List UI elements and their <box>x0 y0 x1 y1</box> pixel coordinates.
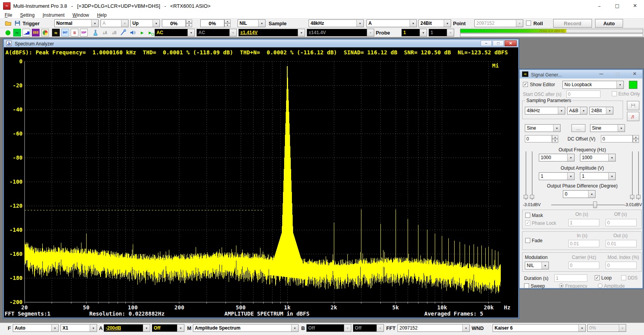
generator-run-button[interactable] <box>629 81 637 89</box>
persistence-a-select[interactable]: Off▾ <box>152 324 184 332</box>
probe-calibration-icon[interactable] <box>120 29 127 36</box>
spectrum-analyzer-icon[interactable]: ▁▃▆ <box>23 29 30 36</box>
open-icon[interactable] <box>5 20 12 27</box>
up-arrow-icon[interactable]: ▲ <box>186 19 192 23</box>
freq-slider-a[interactable] <box>526 151 526 200</box>
amplitude-b-select[interactable]: 1▾ <box>580 172 616 180</box>
modulation-select[interactable]: NIL▾ <box>525 262 549 269</box>
spectrum-restore-button[interactable]: □ <box>493 40 504 46</box>
dc-offset-a-stepper[interactable]: ▲▼ <box>552 135 558 142</box>
waveform-a-select[interactable]: Sine▾ <box>525 124 561 132</box>
freq-slider-b-thumb[interactable] <box>630 195 634 199</box>
generator-bits-select[interactable]: 24Bit▾ <box>589 107 613 115</box>
spectrum-plot[interactable] <box>24 61 501 304</box>
menu-help[interactable]: Help <box>94 12 110 19</box>
loopback-select[interactable]: No Loopback▾ <box>562 81 624 89</box>
dc-offset-b-input[interactable] <box>601 135 633 142</box>
amp-slider-b[interactable] <box>638 151 639 200</box>
freq-slider-b[interactable] <box>632 151 633 200</box>
trigger-label: Trigger <box>23 21 40 26</box>
minimize-button[interactable]: – <box>590 0 608 12</box>
generator-channels-select[interactable]: A&B▾ <box>567 107 587 115</box>
balance-slider-thumb[interactable] <box>593 201 597 208</box>
amp-slider-b-thumb[interactable] <box>636 195 641 199</box>
ddp-viewer-icon[interactable]: DDP <box>80 29 88 36</box>
bit-depth-select[interactable]: 24Bit▾ <box>418 19 451 27</box>
up-arrow-icon[interactable]: ▲ <box>633 135 639 139</box>
menu-instrument[interactable]: Instrument <box>40 12 68 19</box>
amp-slider-a-thumb[interactable] <box>530 195 534 199</box>
down-arrow-icon[interactable]: ▼ <box>552 139 558 143</box>
play-loop-icon[interactable]: ▶ <box>148 29 155 36</box>
waveform-b-select[interactable]: Sine▾ <box>590 124 625 132</box>
amp-slider-a[interactable] <box>532 151 533 200</box>
trigger-delay-stepper[interactable]: 0%▲▼ <box>200 19 231 27</box>
down-arrow-icon[interactable]: ▼ <box>186 23 192 27</box>
spectrum-window-titlebar[interactable] <box>4 40 518 47</box>
trigger-edge-select[interactable]: Up▾ <box>130 19 160 27</box>
maximize-button[interactable]: □ <box>608 0 626 12</box>
fft-size-select[interactable]: 2097152▾ <box>398 324 470 332</box>
multimeter-icon[interactable]: 888 <box>32 29 40 36</box>
generator-minimize-button[interactable]: — <box>596 71 606 77</box>
dc-offset-a-input[interactable] <box>525 135 552 142</box>
coupling-a-select[interactable]: AC▾ <box>154 29 195 36</box>
calibration-icon[interactable] <box>92 29 99 36</box>
close-button[interactable]: ✕ <box>626 0 644 12</box>
spectrum-minimize-button[interactable]: – <box>481 40 492 46</box>
spectrum-3d-plot-icon[interactable] <box>41 29 49 36</box>
menu-file[interactable]: File <box>2 12 15 19</box>
down-arrow-icon[interactable]: ▼ <box>224 23 231 27</box>
run-indicator-icon[interactable] <box>4 29 12 36</box>
show-editor-checkbox[interactable] <box>523 82 528 87</box>
chevron-down-icon: ▾ <box>367 29 374 36</box>
save-icon[interactable] <box>14 20 21 27</box>
sweep-checkbox[interactable] <box>524 283 529 288</box>
spectrum-close-button[interactable]: ✕ <box>505 40 517 46</box>
up-arrow-icon[interactable]: ▲ <box>224 19 231 23</box>
auto-button[interactable]: Auto <box>595 19 623 28</box>
fade-checkbox[interactable] <box>525 238 530 243</box>
frequency-b-select[interactable]: 1000▾ <box>580 154 616 161</box>
down-arrow-icon[interactable]: ▼ <box>633 139 639 143</box>
trigger-level-stepper[interactable]: 0%▲▼ <box>162 19 192 27</box>
probe-a-select[interactable]: 1▾ <box>401 29 427 36</box>
balance-slider[interactable] <box>551 205 624 205</box>
menu-setting[interactable]: Setting <box>17 12 38 19</box>
trigger-rejection-select[interactable]: NIL▾ <box>238 19 266 27</box>
spectrum-header-readout: A(dBFS): Peak Frequency= 1.0000160 kHz T… <box>5 49 508 56</box>
sample-channel-select[interactable]: A▾ <box>366 19 417 27</box>
generator-sample-rate-select[interactable]: 48kHz▾ <box>525 107 565 115</box>
generator-window-title: Signal Gener... <box>531 72 562 78</box>
menu-window[interactable]: Window <box>69 12 92 19</box>
oscilloscope-icon[interactable]: ~ <box>13 29 21 36</box>
dc-offset-b-stepper[interactable]: ▲▼ <box>633 135 639 142</box>
frequency-axis-select[interactable]: Auto▾ <box>13 324 59 332</box>
generator-close-button[interactable]: ✕ <box>630 71 640 77</box>
m-label: M <box>187 325 191 331</box>
freq-slider-a-thumb[interactable] <box>524 195 528 199</box>
sweep-label: Sweep <box>531 283 545 289</box>
trigger-mode-select[interactable]: Normal▾ <box>54 19 99 27</box>
device-test-plan-icon[interactable]: DUT <box>61 29 69 36</box>
generator-music-button[interactable]: ♬ <box>627 112 639 121</box>
sample-rate-select[interactable]: 48kHz▾ <box>309 19 364 27</box>
amplitude-a-select[interactable]: 1▾ <box>539 172 575 180</box>
roll-checkbox[interactable] <box>526 21 531 26</box>
zoom-select[interactable]: X1▾ <box>61 324 97 332</box>
up-arrow-icon[interactable]: ▲ <box>552 135 558 139</box>
mask-checkbox[interactable] <box>525 213 530 218</box>
range-a-bottom-select[interactable]: -200dB▾ <box>104 324 150 332</box>
derived-data-curves-icon[interactable]: ≋ <box>71 29 78 36</box>
frequency-a-select[interactable]: 1000▾ <box>539 154 575 161</box>
play-icon[interactable]: ▶ <box>138 29 146 36</box>
signal-generator-icon[interactable]: ≈ <box>52 29 60 36</box>
window-function-select[interactable]: Kaiser 6▾ <box>493 324 586 332</box>
loop-checkbox[interactable] <box>595 275 600 280</box>
sound-device-icon[interactable] <box>129 29 137 36</box>
spectrum-mode-select[interactable]: Amplitude Spectrum▾ <box>193 324 299 332</box>
range-a-select[interactable]: ±1.414V▾ <box>238 29 305 36</box>
phase-difference-select[interactable]: 0▾ <box>563 190 595 198</box>
waveform-more-button[interactable]: ... <box>571 124 585 132</box>
duration-input[interactable] <box>554 274 587 282</box>
